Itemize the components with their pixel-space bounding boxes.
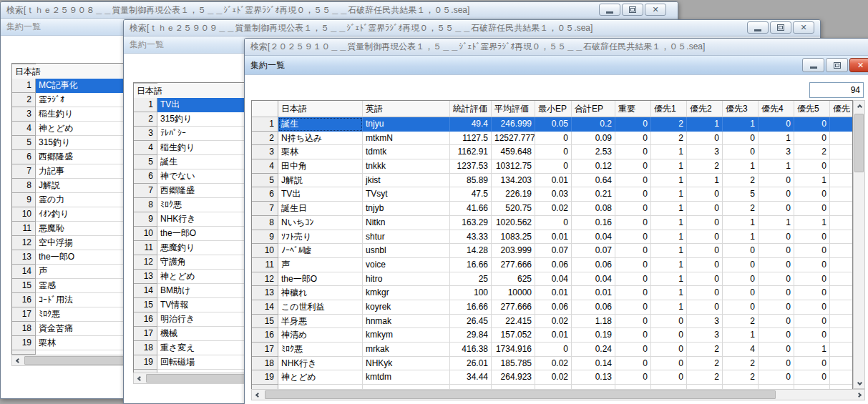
cell: 0 [794, 258, 830, 272]
cell [830, 370, 853, 385]
column-header[interactable]: 最小EP [535, 101, 572, 117]
table-row[interactable]: 9ｿﾌﾄ売りshtur43.331083.250.010.04010100 [252, 230, 852, 245]
row-number: 4 [134, 141, 157, 155]
cell: 2 [723, 315, 759, 329]
cell: 0 [687, 286, 723, 300]
cell: 0 [687, 244, 723, 258]
minimize-button[interactable] [747, 21, 769, 34]
cell [830, 272, 853, 287]
table-row[interactable]: 1誕生tnjyu49.4246.9990.050.2021100 [252, 117, 852, 132]
row-number: 16 [134, 312, 157, 327]
cell: 41.66 [450, 202, 492, 216]
cell: 12527.777 [492, 132, 535, 146]
cell: 神とどめ [278, 370, 363, 385]
table-row[interactable]: 16神清めkmkym29.84157.0520.010.19003100 [252, 328, 852, 343]
column-header[interactable]: 平均評価 [492, 101, 535, 117]
close-button[interactable]: ✕ [849, 58, 868, 72]
scroll-thumb[interactable] [854, 114, 864, 172]
row-number: 1 [134, 98, 157, 112]
column-header[interactable]: 統計評価 [450, 101, 492, 117]
cell: 0.04 [572, 272, 615, 287]
restore-button[interactable] [622, 4, 643, 16]
cell: 神清め [278, 328, 363, 343]
table-row[interactable]: 11声voice16.66277.6660.060.06010000 [252, 258, 852, 272]
table-row[interactable]: 12the一郎Ohitro256250.040.04010000 [252, 272, 852, 287]
cell: 0 [615, 159, 651, 174]
cell: 0 [794, 286, 830, 300]
row-number: 8 [134, 198, 157, 212]
table-row[interactable]: 5J解説jkist85.89134.2030.010.64011201 [252, 174, 852, 188]
row-number: 9 [252, 230, 278, 245]
row-number: 15 [12, 279, 36, 293]
chevron-up-icon [857, 104, 862, 109]
column-header[interactable]: 優先5 [794, 101, 830, 117]
column-header[interactable]: 日本語 [278, 101, 363, 117]
row-number: 10 [12, 207, 36, 222]
close-button[interactable]: ✕ [645, 4, 666, 16]
cell: 1127.5 [450, 132, 492, 146]
cell: 22.415 [492, 315, 535, 329]
table-row[interactable]: 2N持ち込みmtkmN1127.512527.77700.09020010 [252, 132, 852, 146]
column-header[interactable]: 優先1 [651, 101, 687, 117]
scroll-left-button[interactable] [134, 373, 145, 383]
row-number: 2 [252, 132, 278, 146]
restore-icon [777, 24, 784, 31]
minimize-button[interactable] [599, 4, 620, 16]
scroll-left-button[interactable] [12, 355, 24, 365]
column-header[interactable]: 優先2 [687, 101, 723, 117]
row-number: 15 [252, 315, 278, 329]
scroll-thumb[interactable] [265, 390, 776, 399]
cell: 1 [723, 159, 759, 174]
cell: 0 [535, 145, 572, 159]
cell: 29.84 [450, 328, 492, 343]
row-number: 8 [12, 179, 36, 193]
cell: 0.01 [535, 286, 572, 300]
column-header[interactable]: 優先3 [723, 101, 759, 117]
window1-titlebar[interactable]: 検索[ｔｈｅ２５９０８＿＿質量制御再現公表１，５＿＿ｼﾞｪﾄﾞ霊界ﾗｼﾞｵ再現０… [1, 2, 678, 19]
cell [830, 300, 853, 315]
cell: 2 [723, 357, 759, 371]
table-row[interactable]: 19神とどめkmtdm34.44264.9230.020.13002200 [252, 370, 852, 385]
cell: 0.01 [535, 174, 572, 188]
minimize-button[interactable] [802, 58, 824, 72]
table-row[interactable]: 7誕生日tnjyb41.66520.750.020.08010200 [252, 202, 852, 216]
window3-horizontal-scrollbar[interactable] [251, 389, 865, 400]
column-header[interactable]: 優先 [830, 101, 853, 117]
table-row[interactable]: 14この世利益koyrek16.66277.6660.060.06010000 [252, 300, 852, 315]
table-row[interactable]: 18NHK行きNHKyk26.01185.7850.020.14002200 [252, 357, 852, 371]
table-row[interactable]: 8NいちｺﾝNitkn163.291020.56200.16010111 [252, 216, 852, 230]
cell: 416.38 [450, 343, 492, 357]
window3-child-titlebar[interactable]: 集約一覧 ✕ [245, 56, 868, 75]
scroll-left-button[interactable] [252, 390, 263, 400]
window2-titlebar[interactable]: 検索[ｔｈｅ２５９０９＿＿質量制御再現公表１，５＿＿ｼﾞｪﾄﾞ霊界ﾗｼﾞｵ再現０… [124, 20, 820, 36]
window3-vertical-scrollbar[interactable] [853, 100, 865, 389]
column-header[interactable]: 合計EP [572, 101, 615, 117]
table-row[interactable]: 13神穢れkmkgr100100000.010.01010000 [252, 286, 852, 300]
window3-titlebar[interactable]: 検索[２０２５９１０＿＿質量制御再現公表１，５＿＿ｼﾞｪﾄﾞ霊界ﾗｼﾞｵ再現０，… [245, 39, 868, 56]
scroll-down-button[interactable] [854, 378, 865, 388]
close-button[interactable]: ✕ [793, 21, 814, 34]
count-field[interactable]: 94 [809, 82, 864, 98]
restore-button[interactable] [826, 58, 848, 72]
cell: 2 [723, 370, 759, 385]
cell: the一郎O [278, 272, 363, 287]
column-header[interactable]: 優先4 [759, 101, 794, 117]
cell: 0 [535, 216, 572, 230]
restore-button[interactable] [770, 21, 791, 34]
column-header[interactable]: 重要 [615, 101, 651, 117]
scroll-up-button[interactable] [854, 102, 865, 112]
cell: 0 [615, 357, 651, 371]
cell [830, 315, 853, 329]
table-row[interactable]: 15半身悪hnmak26.4522.4150.021.18003200 [252, 315, 852, 329]
cell: 157.052 [492, 328, 535, 343]
table-row[interactable]: 3栗林tdmtk1162.91459.64802.53013032 [252, 145, 852, 159]
column-header[interactable]: 英語 [363, 101, 450, 117]
scroll-right-button[interactable] [853, 390, 864, 400]
cell: 0 [651, 328, 687, 343]
cell: mrkak [363, 343, 450, 357]
table-row[interactable]: 4田中角tnkkk1237.5310312.7500.12012110 [252, 159, 852, 174]
table-row[interactable]: 6TV出TVsyt47.5226.190.030.21010500 [252, 187, 852, 202]
table-row[interactable]: 17ﾐﾛｸ悪mrkak416.381734.91600.24002401 [252, 343, 852, 357]
cell: 半身悪 [278, 315, 363, 329]
table-row[interactable]: 10ﾉｰﾍﾞﾙ嘘usnbl14.28203.9990.070.07010000 [252, 244, 852, 258]
